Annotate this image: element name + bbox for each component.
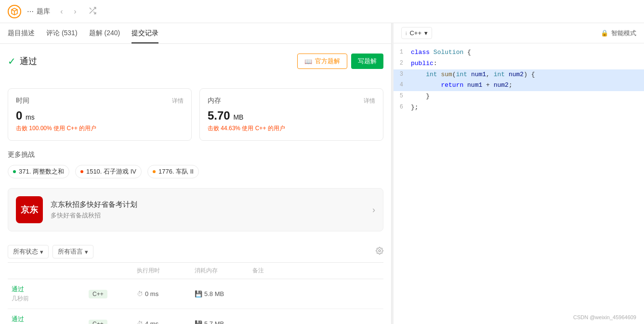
tabs-bar: 题目描述 评论 (531) 题解 (240) 提交记录 xyxy=(0,23,391,44)
stats-row: 时间 详情 0 ms 击败 100.00% 使用 C++ 的用户 内存 详情 xyxy=(8,88,383,141)
pass-status: ✓ 通过 xyxy=(8,55,37,67)
line-content-6: }; xyxy=(411,103,644,113)
col-header-lang xyxy=(85,267,133,275)
challenge-label-2: 1776. 车队 II xyxy=(158,167,194,176)
tab-description[interactable]: 题目描述 xyxy=(8,23,35,43)
tag-dot-1 xyxy=(80,170,83,173)
ad-title: 京东秋招多快好省备考计划 xyxy=(51,200,365,209)
sub-memory-0: 💾 5.8 MB xyxy=(191,290,249,297)
table-row: 通过 16 分钟前 C++ ⏱ 4 ms 💾 5.7 MB xyxy=(8,309,383,324)
language-filter-button[interactable]: 所有语言 ▾ xyxy=(53,245,93,258)
line-num-5: 5 xyxy=(394,92,411,101)
ad-subtitle: 多快好省备战秋招 xyxy=(51,211,365,220)
code-line-6: 6 }; xyxy=(394,102,644,113)
sub-exec-time-0: ⏱ 0 ms xyxy=(133,290,191,297)
time-title: 时间 xyxy=(16,96,29,105)
line-content-1: class Solution { xyxy=(411,48,644,58)
col-header-note: 备注 xyxy=(249,267,383,275)
submissions-section: 所有状态 ▾ 所有语言 ▾ xyxy=(8,241,383,324)
line-content-2: public: xyxy=(411,59,644,69)
breadcrumb-label[interactable]: 题库 xyxy=(37,7,50,16)
tag-dot-0 xyxy=(13,170,16,173)
lang-badge-1: C++ xyxy=(89,320,107,324)
chevron-down-icon-2: ▾ xyxy=(85,248,88,256)
pass-row: ✓ 通过 📖 官方题解 写题解 xyxy=(8,54,383,79)
sub-memory-1: 💾 5.7 MB xyxy=(191,320,249,324)
language-selector[interactable]: i C++ ▾ xyxy=(401,27,432,39)
left-panel: 题目描述 评论 (531) 题解 (240) 提交记录 ✓ 通过 📖 官方 xyxy=(0,23,392,324)
col-header-memory: 消耗内存 xyxy=(191,267,249,275)
code-lines: 1 class Solution { 2 public: 3 int sum(i… xyxy=(394,43,644,117)
tag-dot-2 xyxy=(153,170,156,173)
action-bar: 📖 官方题解 写题解 xyxy=(297,54,383,69)
more-challenges-title: 更多挑战 xyxy=(8,150,383,159)
challenge-tag-1[interactable]: 1510. 石子游戏 IV xyxy=(75,165,142,178)
ad-arrow-icon: › xyxy=(372,205,375,215)
official-solution-button[interactable]: 📖 官方题解 xyxy=(297,54,347,69)
col-header-status xyxy=(8,267,85,275)
line-content-5: } xyxy=(411,92,644,102)
write-solution-button[interactable]: 写题解 xyxy=(351,54,383,69)
filter-row: 所有状态 ▾ 所有语言 ▾ xyxy=(8,241,383,263)
chevron-down-icon: ▾ xyxy=(40,248,43,256)
main-content: 题目描述 评论 (531) 题解 (240) 提交记录 ✓ 通过 📖 官方 xyxy=(0,23,644,324)
memory-card-header: 内存 详情 xyxy=(208,96,375,105)
ad-banner[interactable]: 京东 京东秋招多快好省备考计划 多快好省备战秋招 › xyxy=(8,188,383,231)
ad-info: 京东秋招多快好省备考计划 多快好省备战秋招 xyxy=(51,200,365,220)
time-detail[interactable]: 详情 xyxy=(172,97,184,105)
status-filter-button[interactable]: 所有状态 ▾ xyxy=(8,245,49,258)
ad-logo: 京东 xyxy=(16,196,43,223)
pass-text: 通过 xyxy=(20,55,37,67)
challenge-tag-0[interactable]: 371. 两整数之和 xyxy=(8,165,69,178)
table-settings-button[interactable] xyxy=(376,247,383,256)
lang-icon: i xyxy=(406,30,407,36)
memory-value: 5.70 MB xyxy=(208,109,375,122)
editor-toolbar: i C++ ▾ 🔒 智能模式 xyxy=(394,23,644,43)
submission-content: ✓ 通过 📖 官方题解 写题解 时间 xyxy=(0,44,391,324)
sub-status-0: 通过 几秒前 xyxy=(8,285,85,303)
tab-comments[interactable]: 评论 (531) xyxy=(46,23,78,43)
svg-point-2 xyxy=(379,250,381,252)
tab-solutions[interactable]: 题解 (240) xyxy=(89,23,120,43)
lang-label: C++ xyxy=(409,29,421,37)
book-icon: 📖 xyxy=(304,58,312,65)
watermark: CSDN @weixin_45964609 xyxy=(573,314,636,320)
sub-status-1: 通过 16 分钟前 xyxy=(8,315,85,324)
challenge-tags: 371. 两整数之和 1510. 石子游戏 IV 1776. 车队 II xyxy=(8,165,383,178)
time-card: 时间 详情 0 ms 击败 100.00% 使用 C++ 的用户 xyxy=(8,88,192,141)
column-headers: 执行用时 消耗内存 备注 xyxy=(8,263,383,279)
sub-status-text-0[interactable]: 通过 xyxy=(12,285,81,294)
challenge-label-0: 371. 两整数之和 xyxy=(19,167,64,176)
nav-prev-button[interactable]: ‹ xyxy=(56,6,67,17)
challenge-label-1: 1510. 石子游戏 IV xyxy=(86,167,136,176)
code-line-5: 5 } xyxy=(394,91,644,102)
sub-lang-1: C++ xyxy=(85,320,133,324)
breadcrumb: ⋯ 题库 xyxy=(27,7,50,16)
top-nav: ⋯ 题库 ‹ › xyxy=(0,0,644,23)
time-sub: 击败 100.00% 使用 C++ 的用户 xyxy=(16,124,184,133)
mem-icon-1: 💾 xyxy=(195,320,202,324)
code-line-4: 4 return num1 + num2; xyxy=(394,80,644,91)
sub-lang-0: C++ xyxy=(85,290,133,298)
logo-icon xyxy=(8,5,21,18)
smart-mode: 🔒 智能模式 xyxy=(601,29,636,38)
clock-icon-1: ⏱ xyxy=(137,320,143,324)
nav-next-button[interactable]: › xyxy=(69,6,81,17)
col-header-exec-time: 执行用时 xyxy=(133,267,191,275)
code-editor[interactable]: 1 class Solution { 2 public: 3 int sum(i… xyxy=(394,43,644,324)
memory-title: 内存 xyxy=(208,96,221,105)
sub-status-text-1[interactable]: 通过 xyxy=(12,315,81,324)
shuffle-button[interactable] xyxy=(87,6,98,17)
right-panel: i C++ ▾ 🔒 智能模式 1 class Solution { xyxy=(394,23,644,324)
time-card-header: 时间 详情 xyxy=(16,96,184,105)
lang-badge-0: C++ xyxy=(89,290,107,298)
sub-exec-time-1: ⏱ 4 ms xyxy=(133,320,191,324)
line-content-4: return num1 + num2; xyxy=(411,81,644,91)
pass-icon: ✓ xyxy=(8,55,16,67)
code-line-3: 3 int sum(int num1, int num2) { xyxy=(394,69,644,81)
line-num-1: 1 xyxy=(394,48,411,57)
table-row: 通过 几秒前 C++ ⏱ 0 ms 💾 5.8 MB xyxy=(8,279,383,309)
challenge-tag-2[interactable]: 1776. 车队 II xyxy=(147,165,199,178)
tab-submissions[interactable]: 提交记录 xyxy=(131,23,158,43)
memory-detail[interactable]: 详情 xyxy=(364,97,375,105)
